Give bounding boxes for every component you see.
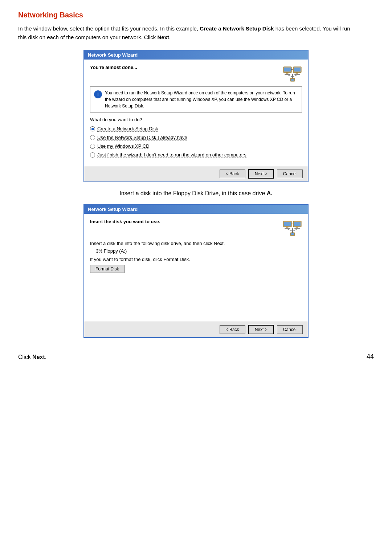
wizard-question-1: What do you want to do? [90,117,302,122]
wizard2-body-text: Insert a disk the into the following dis… [90,241,302,246]
svg-rect-10 [291,79,294,81]
wizard-titlebar-2: Network Setup Wizard [84,205,308,214]
info-box-1: i You need to run the Network Setup Wiza… [90,86,302,113]
radio-label-4: Just finish the wizard; I don't need to … [97,152,246,158]
wizard2-drive-text: 3½ Floppy (A:) [90,248,302,254]
wizard-footer-2: < Back Next > Cancel [84,322,308,337]
svg-rect-16 [286,227,288,228]
page-title: Networking Basics [18,11,374,19]
wizard-content-1: You're almost done... i [84,60,308,166]
middle-bold: A. [267,190,273,196]
intro-text-end: . [169,34,171,40]
svg-rect-20 [296,227,298,228]
wizard2-format-prompt: If you want to format the disk, click Fo… [90,257,302,262]
radio-option-3[interactable]: Use my Windows XP CD [90,143,302,149]
svg-line-13 [293,75,297,77]
radio-circle-2[interactable] [90,135,95,140]
back-button-1[interactable]: < Back [220,170,245,178]
radio-circle-3[interactable] [90,144,95,149]
next-button-2[interactable]: Next > [248,325,274,334]
bottom-text-dot: . [45,354,46,360]
intro-text-1: In the window below, select the option t… [18,25,200,32]
radio-circle-1[interactable] [90,126,95,131]
wizard-dialog-2: Network Setup Wizard Insert the disk you… [83,204,309,338]
svg-rect-21 [294,228,300,229]
cancel-button-1[interactable]: Cancel [277,170,303,178]
svg-rect-7 [294,74,300,75]
svg-rect-17 [285,228,290,229]
wizard-header-row-2: Insert the disk you want to use. [90,219,302,236]
cancel-button-2[interactable]: Cancel [277,325,303,334]
bottom-text-bold: Next [32,354,45,360]
network-wizard-icon-2 [283,219,302,236]
svg-line-27 [293,229,297,231]
svg-line-26 [287,229,293,231]
intro-bold-1: Create a Network Setup Disk [200,25,274,32]
wizard-footer-1: < Back Next > Cancel [84,166,308,181]
radio-label-3: Use my Windows XP CD [97,143,150,149]
info-text-1: You need to run the Network Setup Wizard… [105,90,298,109]
wizard-subtitle-1: You're almost done... [90,65,137,70]
svg-rect-24 [291,233,294,235]
radio-option-1[interactable]: Create a Network Setup Disk [90,126,302,132]
svg-rect-6 [296,73,298,74]
wizard-subtitle-2: Insert the disk you want to use. [90,219,160,224]
radio-label-2: Use the Network Setup Disk I already hav… [97,135,187,140]
svg-rect-15 [284,222,291,226]
svg-rect-1 [284,68,291,72]
radio-option-4[interactable]: Just finish the wizard; I don't need to … [90,152,302,158]
network-wizard-icon-1 [283,65,302,82]
info-icon-1: i [94,90,102,98]
svg-line-12 [287,75,293,77]
middle-text-1: Insert a disk into the Floppy Disk Drive… [119,190,267,196]
bottom-instruction: Click Next. [18,354,46,360]
wizard-title-2: Network Setup Wizard [88,207,138,212]
wizard-title-1: Network Setup Wizard [88,52,138,58]
format-disk-button[interactable]: Format Disk [90,265,124,273]
svg-rect-5 [294,68,301,72]
back-button-2[interactable]: < Back [220,325,245,334]
svg-rect-3 [285,74,290,75]
svg-rect-19 [294,222,301,226]
page-number: 44 [367,353,374,360]
radio-label-1: Create a Network Setup Disk [97,126,158,132]
radio-option-2[interactable]: Use the Network Setup Disk I already hav… [90,135,302,140]
wizard-dialog-1: Network Setup Wizard You're almost done.… [83,50,309,182]
next-button-1[interactable]: Next > [248,169,274,179]
bottom-text-click: Click [18,354,32,360]
middle-instruction: Insert a disk into the Floppy Disk Drive… [18,190,374,197]
radio-circle-4[interactable] [90,152,95,158]
wizard-content-2: Insert the disk you want to use. Ins [84,214,308,322]
wizard-header-row-1: You're almost done... [90,65,302,82]
intro-paragraph: In the window below, select the option t… [18,24,359,42]
svg-rect-2 [286,73,288,74]
intro-bold-2: Next [158,34,170,40]
wizard-titlebar-1: Network Setup Wizard [84,50,308,60]
